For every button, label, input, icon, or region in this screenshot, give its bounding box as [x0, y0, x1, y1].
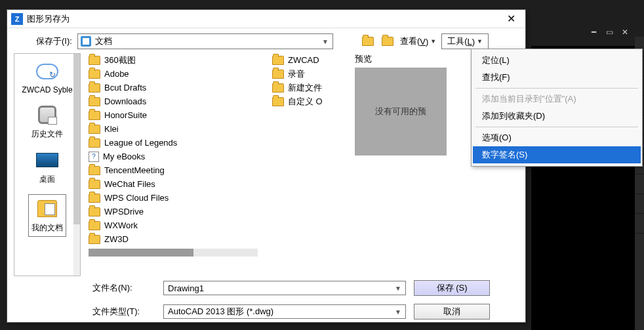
list-item[interactable]: HonorSuite	[87, 108, 271, 122]
list-item[interactable]: 360截图	[87, 53, 271, 67]
chevron-down-icon[interactable]: ▼	[395, 285, 401, 292]
folder-icon	[89, 56, 100, 65]
folder-icon	[89, 207, 100, 217]
cad-window-controls: ━ ▭ ✕	[589, 28, 630, 37]
list-item[interactable]: Bcut Drafts	[87, 81, 271, 94]
back-folder-button[interactable]	[361, 35, 375, 48]
folder-icon	[89, 235, 100, 244]
restore-icon[interactable]: ▭	[605, 28, 614, 37]
documents-icon	[81, 36, 91, 47]
cad-tool[interactable]	[635, 194, 644, 214]
folder-icon	[89, 194, 100, 203]
folder-icon	[272, 97, 284, 106]
cancel-button[interactable]: 取消	[414, 304, 490, 320]
chevron-down-icon: ▼	[430, 38, 436, 45]
folder-icon	[89, 83, 100, 93]
list-item[interactable]: 新建文件	[271, 81, 350, 94]
cad-tool[interactable]	[635, 214, 644, 234]
save-in-value: 文档	[95, 35, 321, 47]
cad-tool[interactable]	[635, 175, 644, 194]
list-item[interactable]: League of Legends	[87, 136, 271, 150]
filetype-combo[interactable]: AutoCAD 2013 图形 (*.dwg) ▼	[163, 304, 406, 319]
place-zwcad-syble[interactable]: ZWCAD Syble	[22, 60, 72, 94]
menu-item-add-to-favorites[interactable]: 添加到收藏夹(D)	[473, 108, 641, 125]
folder-icon	[89, 97, 100, 106]
folder-icon	[89, 166, 100, 175]
filename-input[interactable]: Drawing1 ▼	[163, 281, 406, 295]
folder-icon	[89, 180, 100, 189]
save-in-combo[interactable]: 文档 ▼	[77, 33, 333, 49]
list-item[interactable]: 自定义 O	[271, 94, 350, 108]
filename-label: 文件名(N):	[92, 282, 155, 294]
place-my-documents[interactable]: 我的文档	[28, 194, 66, 237]
menu-item-add-to-places: 添加当前目录到"位置"(A)	[473, 91, 641, 108]
list-item[interactable]: ZWCAD	[271, 53, 350, 67]
file-list-hscrollbar[interactable]	[89, 249, 258, 257]
chevron-down-icon[interactable]: ▼	[395, 308, 401, 316]
app-icon: Z	[11, 13, 23, 25]
dialog-title: 图形另存为	[27, 13, 500, 25]
menu-item-digital-signature[interactable]: 数字签名(S)	[473, 146, 641, 163]
list-item[interactable]: 录音	[271, 67, 350, 81]
folder-icon	[89, 70, 100, 79]
desktop-icon	[36, 153, 58, 167]
folder-icon	[89, 138, 100, 148]
chevron-down-icon[interactable]: ▼	[321, 38, 330, 45]
save-as-dialog: Z 图形另存为 ✕ 保存于(I): 文档 ▼ 查看(V)▼ 工具(L)▼ ZWC…	[7, 9, 526, 323]
place-desktop[interactable]: 桌面	[35, 149, 60, 185]
history-icon	[38, 106, 56, 124]
close-button[interactable]: ✕	[500, 11, 521, 27]
up-folder-button[interactable]	[380, 35, 395, 48]
folder-icon	[89, 221, 100, 230]
dialog-titlebar[interactable]: Z 图形另存为 ✕	[7, 10, 525, 28]
filetype-label: 文件类型(T):	[92, 306, 155, 318]
place-history[interactable]: 历史文件	[31, 104, 63, 140]
list-item[interactable]: Downloads	[87, 94, 271, 108]
folder-icon	[272, 70, 284, 79]
list-item[interactable]: WPSDrive	[87, 205, 271, 218]
folder-icon	[272, 83, 284, 93]
list-item[interactable]: TencentMeeting	[87, 163, 271, 177]
minimize-icon[interactable]: ━	[589, 28, 598, 37]
menu-separator	[475, 88, 638, 89]
list-item[interactable]: ZW3D	[87, 232, 271, 246]
list-item[interactable]: Klei	[87, 122, 271, 136]
menu-item-options[interactable]: 选项(O)	[473, 129, 641, 146]
list-item[interactable]: Adobe	[87, 67, 271, 81]
list-item[interactable]: My eBooks	[87, 150, 271, 163]
view-button[interactable]: 查看(V)▼	[400, 35, 436, 47]
tools-dropdown-menu: 定位(L) 查找(F) 添加当前目录到"位置"(A) 添加到收藏夹(D) 选项(…	[471, 49, 643, 167]
scrollbar-thumb[interactable]	[89, 249, 193, 257]
menu-item-locate[interactable]: 定位(L)	[473, 52, 641, 69]
save-in-label: 保存于(I):	[36, 35, 72, 47]
places-scrollbar[interactable]	[73, 54, 80, 276]
close-icon[interactable]: ✕	[620, 28, 630, 37]
cloud-icon	[36, 64, 58, 79]
preview-panel: 没有可用的预	[355, 68, 447, 155]
preview-label: 预览	[355, 53, 487, 65]
file-list[interactable]: 360截图 Adobe Bcut Drafts Downloads HonorS…	[87, 53, 519, 276]
folder-icon	[89, 125, 100, 134]
list-item[interactable]: WXWork	[87, 218, 271, 232]
folder-icon	[272, 56, 284, 65]
list-item[interactable]: WeChat Files	[87, 177, 271, 191]
chevron-down-icon: ▼	[477, 38, 483, 45]
folder-icon	[89, 111, 100, 120]
scrollbar-thumb[interactable]	[73, 54, 80, 224]
documents-folder-icon	[37, 200, 57, 217]
chm-file-icon	[89, 152, 99, 162]
tools-button[interactable]: 工具(L)▼	[441, 33, 489, 49]
save-button[interactable]: 保存 (S)	[414, 280, 490, 296]
menu-item-find[interactable]: 查找(F)	[473, 69, 641, 86]
menu-separator	[475, 127, 638, 127]
list-item[interactable]: WPS Cloud Files	[87, 191, 271, 205]
places-bar: ZWCAD Syble 历史文件 桌面 我的文档	[14, 53, 81, 276]
